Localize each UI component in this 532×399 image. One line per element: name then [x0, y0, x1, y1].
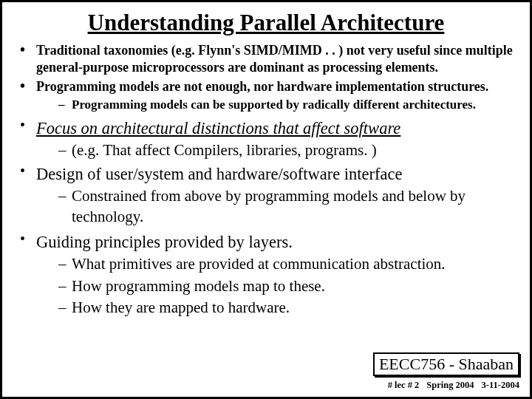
- course-box: EECC756 - Shaaban: [373, 352, 519, 376]
- bullet-1-text: Traditional taxonomies (e.g. Flynn's SIM…: [36, 43, 513, 75]
- bullet-1: Traditional taxonomies (e.g. Flynn's SIM…: [16, 42, 516, 75]
- bullet-5-sub-2: How programming models map to these.: [36, 276, 516, 296]
- bullet-2-sub-1-text: Programming models can be supported by r…: [72, 98, 476, 112]
- footer-term: Spring 2004: [426, 380, 474, 391]
- bullet-5-text: Guiding principles provided by layers.: [36, 233, 293, 251]
- footer-slide: # lec # 2: [388, 380, 420, 391]
- bullet-5-sub-1-text: What primitives are provided at communic…: [72, 255, 446, 273]
- bullet-5-sub-2-text: How programming models map to these.: [72, 277, 325, 295]
- bullet-5-sub-3: How they are mapped to hardware.: [36, 298, 516, 318]
- bullet-3-sub-1-text: (e.g. That affect Compilers, libraries, …: [72, 141, 377, 159]
- bullet-list: Traditional taxonomies (e.g. Flynn's SIM…: [16, 42, 516, 318]
- bullet-5: Guiding principles provided by layers. W…: [16, 231, 516, 318]
- bullet-3-text: Focus on architectural distinctions that…: [36, 119, 400, 137]
- bullet-5-sub-1: What primitives are provided at communic…: [36, 254, 516, 274]
- bullet-4-sub-1-text: Constrained from above by programming mo…: [72, 187, 466, 225]
- bullet-5-sub-3-text: How they are mapped to hardware.: [72, 299, 290, 316]
- bullet-3-sub-1: (e.g. That affect Compilers, libraries, …: [36, 140, 516, 160]
- slide-frame: Understanding Parallel Architecture Trad…: [0, 0, 532, 399]
- footer: # lec # 2 Spring 2004 3-11-2004: [388, 380, 519, 391]
- bullet-4-text: Design of user/system and hardware/softw…: [36, 165, 402, 183]
- slide-title: Understanding Parallel Architecture: [16, 10, 516, 36]
- bullet-4-sub-1: Constrained from above by programming mo…: [36, 186, 516, 227]
- footer-date: 3-11-2004: [482, 380, 519, 391]
- bullet-2-text: Programming models are not enough, nor h…: [36, 79, 488, 94]
- bullet-3: Focus on architectural distinctions that…: [16, 117, 516, 161]
- bullet-2: Programming models are not enough, nor h…: [16, 78, 516, 113]
- bullet-2-sub-1: Programming models can be supported by r…: [36, 97, 516, 113]
- bullet-4: Design of user/system and hardware/softw…: [16, 163, 516, 227]
